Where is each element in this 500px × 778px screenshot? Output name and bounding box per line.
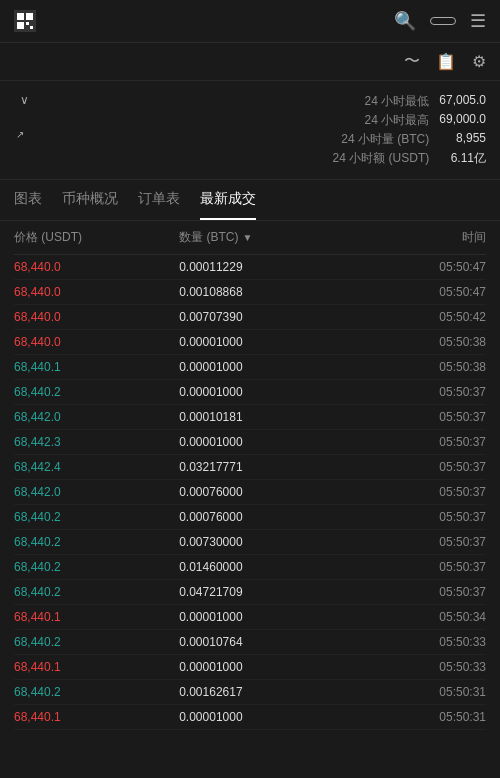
price-section: ∨ ↗ 24 小时最低67,005.024 小时最高69,000.024 小时量… [0,81,500,180]
sub-header: 〜 📋 ⚙ [0,43,500,81]
table-row: 68,442.00.0007600005:50:37 [14,480,486,505]
logo [14,10,42,32]
time-cell: 05:50:37 [368,560,486,574]
price-left: ∨ ↗ [14,93,333,167]
logo-icon [14,10,36,32]
time-cell: 05:50:31 [368,710,486,724]
table-row: 68,442.00.0001018105:50:37 [14,405,486,430]
table-row: 68,440.20.0001076405:50:33 [14,630,486,655]
time-cell: 05:50:37 [368,385,486,399]
table-row: 68,440.00.0010886805:50:47 [14,280,486,305]
stat-value: 69,000.0 [439,112,486,129]
qty-cell: 0.00108868 [179,285,368,299]
header-right: 🔍 ☰ [394,10,486,32]
table-row: 68,440.10.0000100005:50:31 [14,705,486,730]
qty-cell: 0.03217771 [179,460,368,474]
tab-订单表[interactable]: 订单表 [138,180,180,220]
price-cell: 68,440.2 [14,385,179,399]
svg-rect-3 [17,22,24,29]
table-row: 68,440.10.0000100005:50:34 [14,605,486,630]
qty-cell: 0.00011229 [179,260,368,274]
time-cell: 05:50:37 [368,410,486,424]
table-row: 68,442.30.0000100005:50:37 [14,430,486,455]
qty-cell: 0.00076000 [179,510,368,524]
price-cell: 68,440.2 [14,535,179,549]
qty-cell: 0.00730000 [179,535,368,549]
price-cell: 68,440.2 [14,635,179,649]
qty-cell: 0.00076000 [179,485,368,499]
stat-value: 6.11亿 [439,150,486,167]
chart-wave-icon[interactable]: 〜 [404,51,420,72]
qty-cell: 0.00707390 [179,310,368,324]
price-cell: 68,440.0 [14,310,179,324]
price-cell: 68,440.0 [14,260,179,274]
time-cell: 05:50:33 [368,660,486,674]
tabs: 图表币种概况订单表最新成交 [0,180,500,221]
svg-rect-4 [26,22,29,25]
svg-rect-5 [30,26,33,29]
qty-cell: 0.00162617 [179,685,368,699]
price-cell: 68,440.2 [14,510,179,524]
stat-label: 24 小时最高 [333,112,430,129]
table-row: 68,440.10.0000100005:50:33 [14,655,486,680]
time-cell: 05:50:47 [368,260,486,274]
pair-arrow: ∨ [20,93,29,107]
time-cell: 05:50:38 [368,360,486,374]
time-cell: 05:50:37 [368,460,486,474]
price-cell: 68,440.0 [14,335,179,349]
search-icon[interactable]: 🔍 [394,10,416,32]
table-header: 价格 (USDT) 数量 (BTC) ▼ 时间 [14,221,486,255]
tab-图表[interactable]: 图表 [14,180,42,220]
filter-icon[interactable]: ▼ [243,232,253,243]
time-cell: 05:50:38 [368,335,486,349]
time-cell: 05:50:47 [368,285,486,299]
qty-cell: 0.00010764 [179,635,368,649]
table-row: 68,440.20.0472170905:50:37 [14,580,486,605]
table-row: 68,440.00.0000100005:50:38 [14,330,486,355]
qty-cell: 0.00010181 [179,410,368,424]
price-cell: 68,440.2 [14,560,179,574]
price-cell: 68,442.4 [14,460,179,474]
price-cell: 68,440.2 [14,585,179,599]
price-cell: 68,440.2 [14,685,179,699]
col-time-header: 时间 [368,229,486,246]
btc-label: ↗ [14,127,333,141]
settings-icon[interactable]: ⚙ [472,52,486,71]
qty-cell: 0.00001000 [179,610,368,624]
price-cell: 68,442.0 [14,410,179,424]
time-cell: 05:50:37 [368,535,486,549]
qty-cell: 0.00001000 [179,710,368,724]
col-qty-header: 数量 (BTC) ▼ [179,229,368,246]
table-row: 68,440.20.0000100005:50:37 [14,380,486,405]
tab-币种概况[interactable]: 币种概况 [62,180,118,220]
tab-最新成交[interactable]: 最新成交 [200,180,256,220]
table-row: 68,440.20.0146000005:50:37 [14,555,486,580]
time-cell: 05:50:37 [368,435,486,449]
price-cell: 68,440.1 [14,360,179,374]
document-icon[interactable]: 📋 [436,52,456,71]
pair-row: ∨ [14,93,333,107]
price-cell: 68,440.1 [14,610,179,624]
stat-label: 24 小时额 (USDT) [333,150,430,167]
time-cell: 05:50:42 [368,310,486,324]
register-button[interactable] [430,17,456,25]
col-price-header: 价格 (USDT) [14,229,179,246]
svg-rect-1 [17,13,24,20]
table-row: 68,440.00.0070739005:50:42 [14,305,486,330]
time-cell: 05:50:37 [368,585,486,599]
qty-cell: 0.00001000 [179,360,368,374]
qty-cell: 0.01460000 [179,560,368,574]
menu-icon[interactable]: ☰ [470,10,486,32]
time-cell: 05:50:37 [368,510,486,524]
svg-rect-2 [26,13,33,20]
stat-label: 24 小时最低 [333,93,430,110]
external-link-icon[interactable]: ↗ [16,129,24,140]
time-cell: 05:50:33 [368,635,486,649]
qty-cell: 0.00001000 [179,335,368,349]
table-row: 68,440.20.0016261705:50:31 [14,680,486,705]
price-stats: 24 小时最低67,005.024 小时最高69,000.024 小时量 (BT… [333,93,486,167]
table-row: 68,442.40.0321777105:50:37 [14,455,486,480]
price-cell: 68,440.1 [14,710,179,724]
table-row: 68,440.20.0007600005:50:37 [14,505,486,530]
table-row: 68,440.10.0000100005:50:38 [14,355,486,380]
